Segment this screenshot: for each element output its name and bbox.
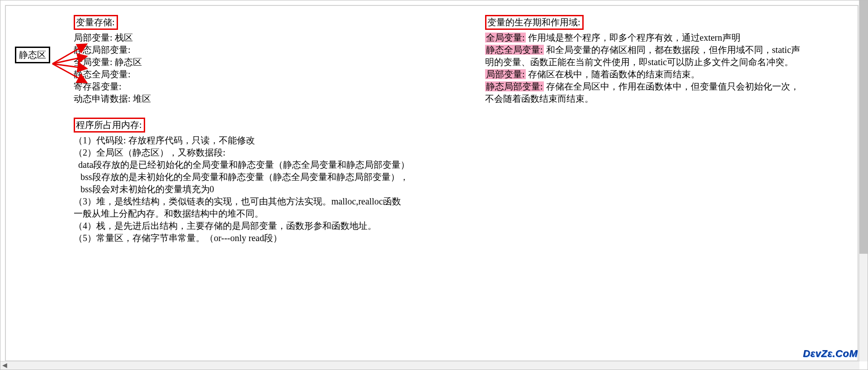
watermark-text: DεvZε.CoM [803,348,858,359]
horizontal-scrollbar[interactable]: ◀ [0,361,859,370]
section-variable-storage: 变量存储: 局部变量: 栈区 静态局部变量: 全局变量: 静态区 静态全局变量:… [74,15,472,105]
s2-line: 一般从堆上分配内存。和数据结构中的堆不同。 [74,208,472,220]
right-item: 全局变量: 作用域是整个程序，即多个程序有效，通过extern声明 [485,32,802,44]
left-column: 静态区 变量存储: [19,15,472,257]
vertical-scrollbar[interactable] [859,0,868,361]
section2-title: 程序所占用内存: [76,120,142,130]
s2-line: bss段会对未初始化的变量填充为0 [74,183,472,195]
s2-line: bss段存放的是未初始化的全局变量和静态变量（静态全局变量和静态局部变量）， [74,171,472,183]
right-item: 局部变量: 存储区在栈中，随着函数体的结束而结束。 [485,68,802,81]
right-title: 变量的生存期和作用域: [487,17,580,27]
section2-title-box: 程序所占用内存: [74,118,145,133]
s1-line: 局部变量: 栈区 [74,32,472,44]
s2-line: （3）堆，是线性结构，类似链表的实现，也可由其他方法实现。malloc,real… [74,195,472,208]
s1-line: 静态全局变量: [74,68,472,81]
s2-line: （5）常量区，存储字节串常量。（or---only read段） [74,232,472,244]
section1-title-box: 变量存储: [74,15,118,30]
item-text: 存储区在栈中，随着函数体的结束而结束。 [526,69,700,79]
right-body: 全局变量: 作用域是整个程序，即多个程序有效，通过extern声明 静态全局变量… [485,32,802,105]
static-area-text: 静态区 [19,50,46,60]
vertical-scroll-thumb[interactable] [859,0,868,254]
right-item: 静态局部变量: 存储在全局区中，作用在函数体中，但变量值只会初始化一次，不会随着… [485,81,802,105]
s2-line: data段存放的是已经初始化的全局变量和静态变量（静态全局变量和静态局部变量） [74,159,472,171]
s2-line: （4）栈，是先进后出结构，主要存储的是局部变量，函数形参和函数地址。 [74,220,472,232]
hl-label: 局部变量: [485,69,526,79]
s1-line: 静态局部变量: [74,44,472,56]
right-item: 静态全局变量: 和全局变量的存储区相同，都在数据段，但作用域不同，static声… [485,44,802,68]
s2-line: （1）代码段: 存放程序代码，只读，不能修改 [74,134,472,147]
section1-body: 局部变量: 栈区 静态局部变量: 全局变量: 静态区 静态全局变量: 寄存器变量… [74,32,472,105]
section2-body: （1）代码段: 存放程序代码，只读，不能修改 （2）全局区（静态区），又称数据段… [74,134,472,244]
s2-line: （2）全局区（静态区），又称数据段: [74,147,472,159]
section1-title: 变量存储: [76,17,115,27]
right-title-box: 变量的生存期和作用域: [485,15,584,30]
watermark-logo: DεvZε.CoM [803,347,858,361]
two-column-layout: 静态区 变量存储: [19,15,844,257]
s1-line: 动态申请数据: 堆区 [74,93,472,105]
scroll-left-arrow-icon[interactable]: ◀ [0,361,9,370]
document-viewport: 静态区 变量存储: [0,0,868,370]
document-content: 静态区 变量存储: [5,5,859,361]
hl-label: 静态局部变量: [485,81,544,91]
s1-line: 全局变量: 静态区 [74,56,472,68]
s1-line: 寄存器变量: [74,81,472,93]
section-program-memory: 程序所占用内存: （1）代码段: 存放程序代码，只读，不能修改 （2）全局区（静… [74,118,472,244]
item-text: 作用域是整个程序，即多个程序有效，通过extern声明 [526,33,741,43]
hl-label: 全局变量: [485,33,526,43]
section-lifetime-scope: 变量的生存期和作用域: 全局变量: 作用域是整个程序，即多个程序有效，通过ext… [485,15,802,105]
right-column: 变量的生存期和作用域: 全局变量: 作用域是整个程序，即多个程序有效，通过ext… [485,15,802,257]
hl-label: 静态全局变量: [485,45,544,55]
static-area-label: 静态区 [15,47,50,63]
